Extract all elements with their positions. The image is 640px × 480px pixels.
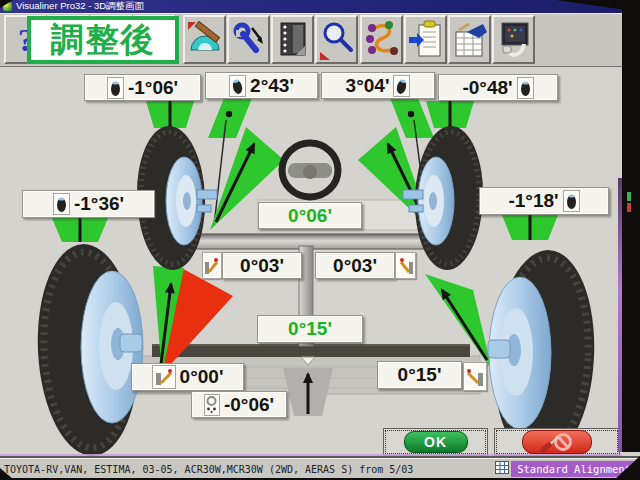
rear-left-toe-panel: 0°00'	[131, 363, 244, 391]
front-right-toe-value: 0°03'	[333, 255, 377, 277]
toolbar-button-measure[interactable]	[183, 15, 226, 64]
caster-left-panel: 2°43'	[205, 72, 318, 99]
camber-tire-icon	[53, 193, 70, 215]
front-left-toe-panel: 0°03'	[222, 252, 302, 279]
toolbar-button-save[interactable]	[404, 15, 447, 64]
ok-button-label: OK	[424, 434, 447, 450]
toolbar-button-adjust[interactable]	[227, 15, 270, 64]
camber-tire-icon	[563, 190, 580, 212]
front-left-camber-panel: -1°06'	[84, 74, 201, 101]
front-left-toe-value: 0°03'	[240, 255, 284, 277]
magnifier-icon	[318, 18, 356, 62]
filmstrip-icon	[274, 18, 312, 62]
spec-grid-icon	[495, 460, 509, 478]
clipboard-arrow-icon	[407, 18, 445, 62]
no-adjust-button[interactable]	[494, 428, 620, 456]
thrust-angle-panel: -0°06'	[191, 391, 287, 418]
front-left-camber-value: -1°06'	[128, 77, 178, 99]
status-bar: TOYOTA-RV,VAN, ESTIMA, 03-05, ACR30W,MCR…	[0, 458, 640, 479]
caster-right-panel: 3°04'	[321, 72, 435, 99]
toolbar-button-report[interactable]	[448, 15, 491, 64]
bezel-reflection-green	[627, 192, 631, 201]
front-total-toe-panel: 0°06'	[258, 202, 362, 229]
rear-left-wheel	[33, 242, 144, 459]
crt-screen: Visualiner Pro32 - 3D調整画面 ?	[0, 0, 640, 480]
prohibition-screwdriver-icon	[525, 432, 589, 452]
network-icon	[363, 18, 401, 62]
thrust-angle-value: -0°06'	[224, 394, 274, 416]
front-right-toe-adjust	[395, 252, 416, 279]
rear-right-toe-value: 0°15'	[398, 364, 442, 386]
report-hand-icon	[451, 18, 489, 62]
rear-left-camber-value: -1°36'	[74, 193, 124, 215]
ok-button[interactable]: OK	[383, 428, 488, 456]
rear-right-toe-panel: 0°15'	[377, 361, 462, 389]
rear-left-camber-panel: -1°36'	[22, 190, 155, 218]
rear-right-camber-value: -1°18'	[508, 190, 558, 212]
monitor-bezel-right	[622, 0, 640, 452]
window-title: Visualiner Pro32 - 3D調整画面	[16, 0, 144, 13]
bezel-glow	[618, 178, 622, 452]
adjust-wrench-icon	[204, 255, 220, 277]
vehicle-graphic	[0, 0, 640, 480]
after-adjustment-label: 調整後	[27, 16, 179, 64]
front-total-toe-value: 0°06'	[288, 205, 332, 227]
protractor-icon	[186, 18, 224, 62]
monitor-cable-icon	[495, 18, 533, 62]
adjust-wrench-icon	[465, 365, 485, 389]
toolbar-button-monitor[interactable]	[492, 15, 535, 64]
rear-right-camber-panel: -1°18'	[479, 187, 609, 215]
adjust-wrench-icon	[152, 365, 176, 389]
toolbar-button-film[interactable]	[271, 15, 314, 64]
caster-right-value: 3°04'	[346, 75, 390, 97]
front-left-toe-adjust	[202, 252, 222, 279]
title-bar: Visualiner Pro32 - 3D調整画面	[0, 0, 640, 13]
alignment-screen-photo: Visualiner Pro32 - 3D調整画面 ?	[0, 0, 640, 480]
camber-tire-icon	[517, 77, 534, 99]
front-right-camber-panel: -0°48'	[438, 74, 558, 101]
rear-total-toe-panel: 0°15'	[257, 315, 363, 343]
steering-wheel-icon	[282, 143, 338, 197]
caster-tire-icon	[229, 75, 246, 97]
caster-tire-icon	[393, 75, 410, 97]
vehicle-info-text: TOYOTA-RV,VAN, ESTIMA, 03-05, ACR30W,MCR…	[0, 464, 493, 475]
toolbar-button-zoom[interactable]	[315, 15, 358, 64]
wrench-icon	[230, 18, 268, 62]
rear-right-toe-adjust	[463, 362, 487, 391]
toolbar-button-network[interactable]	[360, 15, 403, 64]
caster-left-value: 2°43'	[250, 75, 294, 97]
front-right-camber-value: -0°48'	[462, 77, 512, 99]
bezel-reflection	[0, 454, 622, 456]
bezel-reflection-red	[627, 203, 631, 212]
camber-tire-icon	[107, 77, 124, 99]
rear-left-toe-value: 0°00'	[180, 366, 224, 388]
thrust-steering-icon	[204, 394, 220, 416]
front-right-toe-panel: 0°03'	[315, 252, 395, 279]
rear-total-toe-value: 0°15'	[288, 318, 332, 340]
adjust-wrench-icon	[398, 255, 414, 277]
